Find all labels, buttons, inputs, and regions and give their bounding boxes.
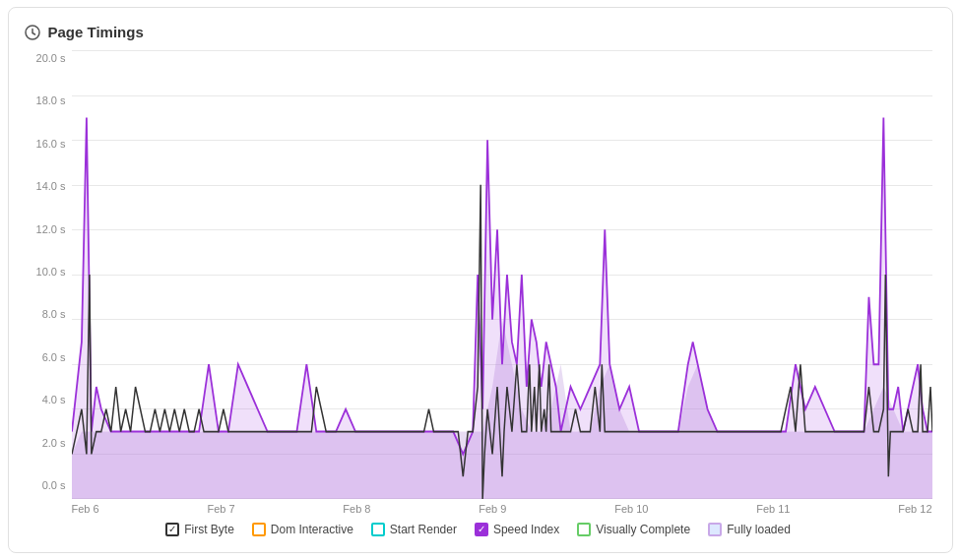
x-label-feb9: Feb 9 xyxy=(479,503,506,515)
x-label-feb7: Feb 7 xyxy=(207,503,234,515)
visually-complete-label: Visually Complete xyxy=(596,523,690,536)
grid-and-plot xyxy=(72,50,932,499)
speed-index-check-icon: ✓ xyxy=(475,523,488,536)
first-byte-label: First Byte xyxy=(184,523,234,536)
y-label-0: 0.0 s xyxy=(25,479,72,491)
x-label-feb12: Feb 12 xyxy=(898,503,931,515)
fully-loaded-box-icon xyxy=(708,523,722,536)
chart-area: 20.0 s 18.0 s 16.0 s 14.0 s 12.0 s 10.0 … xyxy=(25,50,932,515)
y-label-12: 12.0 s xyxy=(25,223,72,235)
legend-first-byte: ✓ First Byte xyxy=(165,523,234,536)
legend-fully-loaded: Fully loaded xyxy=(708,523,791,536)
x-label-feb11: Feb 11 xyxy=(756,503,790,515)
y-label-10: 10.0 s xyxy=(25,266,72,278)
y-label-18: 18.0 s xyxy=(25,94,72,106)
start-render-label: Start Render xyxy=(390,523,457,536)
x-label-feb8: Feb 8 xyxy=(343,503,370,515)
start-render-box-icon xyxy=(371,523,385,536)
y-label-14: 14.0 s xyxy=(25,180,72,192)
y-label-6: 6.0 s xyxy=(25,351,72,363)
legend-visually-complete: Visually Complete xyxy=(577,523,690,536)
chart-inner: Feb 6 Feb 7 Feb 8 Feb 9 Feb 10 Feb 11 Fe… xyxy=(72,50,932,515)
y-label-4: 4.0 s xyxy=(25,394,72,405)
visually-complete-box-icon xyxy=(577,523,591,536)
y-label-16: 16.0 s xyxy=(25,138,72,150)
fully-loaded-label: Fully loaded xyxy=(727,523,791,536)
y-label-20: 20.0 s xyxy=(25,52,72,64)
legend-dom-interactive: Dom Interactive xyxy=(252,523,353,536)
title-text: Page Timings xyxy=(48,24,144,40)
y-label-2: 2.0 s xyxy=(25,437,72,449)
chart-container: Page Timings 20.0 s 18.0 s 16.0 s 14.0 s… xyxy=(8,7,953,553)
dom-interactive-label: Dom Interactive xyxy=(271,523,353,536)
chart-title: Page Timings xyxy=(25,24,932,40)
dom-interactive-box-icon xyxy=(252,523,266,536)
x-axis: Feb 6 Feb 7 Feb 8 Feb 9 Feb 10 Feb 11 Fe… xyxy=(72,499,932,515)
y-axis: 20.0 s 18.0 s 16.0 s 14.0 s 12.0 s 10.0 … xyxy=(25,50,72,515)
plot-svg xyxy=(72,50,932,499)
clock-icon xyxy=(25,25,40,40)
speed-index-label: Speed Index xyxy=(493,523,559,536)
x-label-feb10: Feb 10 xyxy=(614,503,648,515)
speed-index-area xyxy=(72,117,932,499)
x-label-feb6: Feb 6 xyxy=(72,503,99,515)
legend: ✓ First Byte Dom Interactive Start Rende… xyxy=(25,523,932,536)
y-label-8: 8.0 s xyxy=(25,308,72,320)
legend-speed-index: ✓ Speed Index xyxy=(475,523,559,536)
legend-start-render: Start Render xyxy=(371,523,457,536)
first-byte-check-icon: ✓ xyxy=(165,523,179,536)
